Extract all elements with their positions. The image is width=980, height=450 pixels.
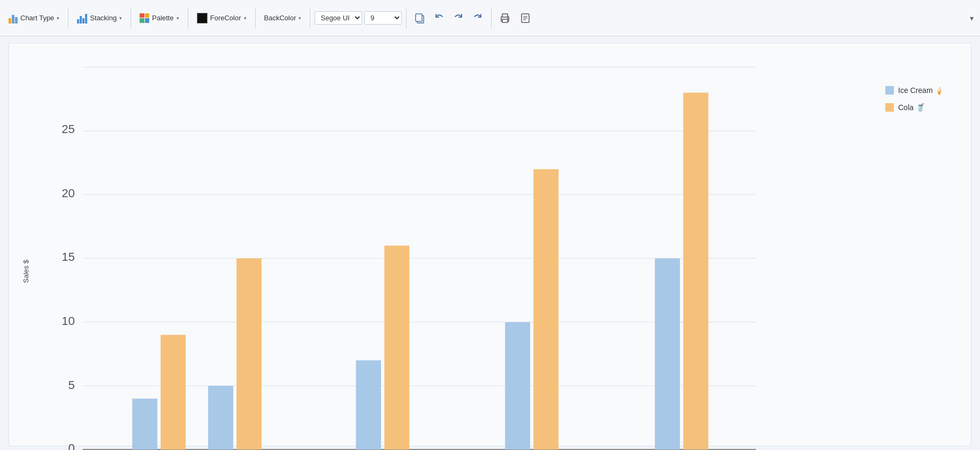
bar-cola-x5 bbox=[384, 246, 409, 450]
bar-ice-cream-x5 bbox=[356, 360, 381, 449]
chart-type-icon bbox=[9, 13, 18, 24]
svg-rect-3 bbox=[502, 14, 508, 17]
bar-cola-x9 bbox=[683, 92, 708, 449]
bar-ice-cream-x7 bbox=[505, 322, 530, 449]
svg-text:5: 5 bbox=[68, 378, 75, 392]
svg-rect-1 bbox=[416, 14, 422, 21]
stacking-chevron: ▾ bbox=[119, 15, 122, 21]
forecolor-label: ForeColor bbox=[210, 14, 241, 22]
chart-svg: 0 5 10 15 20 25 2 4 6 bbox=[30, 54, 875, 450]
legend: Ice Cream 🍦 Cola 🥤 bbox=[875, 54, 960, 450]
cola-swatch bbox=[885, 103, 894, 112]
bar-ice-cream-x2 bbox=[132, 399, 157, 449]
palette-chevron: ▾ bbox=[177, 15, 179, 21]
chart-container: Sales $ bbox=[9, 43, 971, 446]
forecolor-button[interactable]: ForeColor ▾ bbox=[193, 11, 251, 26]
separator-7 bbox=[491, 7, 492, 29]
chart-inner: 0 5 10 15 20 25 2 4 6 bbox=[30, 54, 960, 450]
legend-item-cola: Cola 🥤 bbox=[885, 103, 950, 112]
svg-text:10: 10 bbox=[62, 314, 75, 328]
stacking-label: Stacking bbox=[90, 14, 117, 22]
bar-cola-x2 bbox=[160, 335, 186, 450]
svg-text:15: 15 bbox=[62, 250, 75, 263]
toolbar: Chart Type ▾ Stacking ▾ Palette ▾ Fo bbox=[0, 0, 980, 36]
expand-button[interactable]: ▾ bbox=[968, 12, 976, 25]
stacking-icon bbox=[77, 13, 87, 24]
ice-cream-label: Ice Cream 🍦 bbox=[898, 86, 944, 95]
svg-text:25: 25 bbox=[62, 122, 75, 136]
svg-point-5 bbox=[507, 18, 508, 19]
separator-2 bbox=[131, 7, 131, 29]
palette-button[interactable]: Palette ▾ bbox=[135, 11, 183, 25]
bar-ice-cream-x9 bbox=[655, 258, 680, 449]
backcolor-button[interactable]: BackColor ▾ bbox=[260, 12, 306, 24]
palette-label: Palette bbox=[152, 14, 173, 22]
backcolor-chevron: ▾ bbox=[298, 15, 301, 21]
separator-1 bbox=[68, 7, 68, 29]
chart-plot-area: 0 5 10 15 20 25 2 4 6 bbox=[30, 54, 960, 450]
copy-button[interactable] bbox=[411, 9, 429, 27]
print-button[interactable] bbox=[496, 9, 514, 27]
cola-label: Cola 🥤 bbox=[898, 103, 925, 112]
font-size-select[interactable]: 9 bbox=[364, 11, 402, 25]
chart-wrapper: Sales $ bbox=[20, 54, 960, 450]
chart-type-chevron: ▾ bbox=[57, 15, 59, 21]
backcolor-label: BackColor bbox=[264, 14, 296, 22]
forecolor-swatch bbox=[197, 13, 208, 24]
bar-ice-cream-x3 bbox=[208, 386, 233, 449]
bar-cola-x7 bbox=[533, 169, 558, 450]
ice-cream-swatch bbox=[885, 86, 894, 95]
undo-button[interactable] bbox=[430, 9, 448, 27]
legend-item-ice-cream: Ice Cream 🍦 bbox=[885, 86, 950, 95]
palette-icon bbox=[140, 13, 149, 23]
svg-rect-4 bbox=[502, 19, 508, 22]
redo2-button[interactable] bbox=[469, 9, 487, 27]
bar-cola-x3 bbox=[236, 258, 262, 449]
svg-text:20: 20 bbox=[62, 187, 75, 200]
chart-type-label: Chart Type bbox=[20, 14, 54, 22]
chart-type-button[interactable]: Chart Type ▾ bbox=[4, 11, 64, 26]
redo-button[interactable] bbox=[449, 9, 468, 27]
forecolor-chevron: ▾ bbox=[244, 15, 247, 21]
separator-5 bbox=[310, 7, 310, 29]
font-family-select[interactable]: Segoe UI bbox=[315, 11, 362, 25]
separator-4 bbox=[255, 7, 256, 29]
y-axis-label: Sales $ bbox=[20, 54, 30, 450]
svg-text:0: 0 bbox=[68, 441, 75, 450]
separator-6 bbox=[406, 7, 407, 29]
action-buttons bbox=[411, 9, 487, 27]
separator-3 bbox=[188, 7, 188, 29]
export-button[interactable] bbox=[516, 9, 534, 27]
stacking-button[interactable]: Stacking ▾ bbox=[73, 11, 126, 26]
